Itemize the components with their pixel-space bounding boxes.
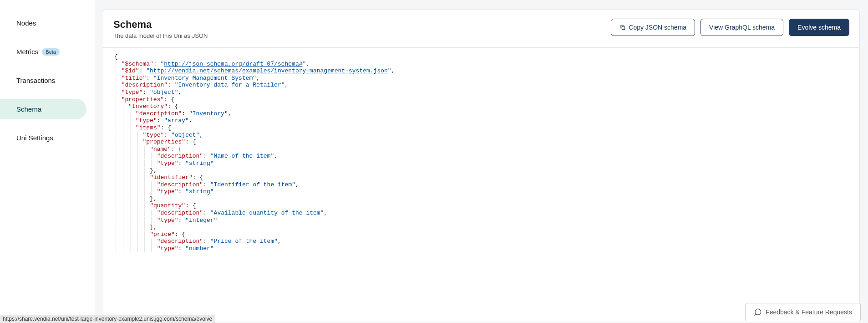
sidebar-item-label: Uni Settings: [16, 134, 53, 142]
panel-actions: Copy JSON schema View GraphQL schema Evo…: [611, 19, 849, 36]
sidebar-item-schema[interactable]: Schema: [0, 99, 86, 119]
page-subtitle: The data model of this Uni as JSON: [113, 32, 208, 39]
beta-badge: Beta: [42, 48, 60, 56]
panel-header: Schema The data model of this Uni as JSO…: [103, 10, 859, 48]
status-bar-url: https://share.vendia.net/uni/test-large-…: [0, 315, 215, 323]
schema-code-viewer[interactable]: { │ "$schema": "http://json-schema.org/d…: [103, 48, 859, 323]
feedback-button[interactable]: Feedback & Feature Requests: [745, 303, 861, 321]
json-code: { │ "$schema": "http://json-schema.org/d…: [114, 53, 859, 252]
button-label: Evolve schema: [797, 24, 841, 31]
sidebar-item-label: Nodes: [16, 19, 36, 27]
button-label: View GraphQL schema: [709, 24, 775, 31]
schema-panel: Schema The data model of this Uni as JSO…: [103, 9, 860, 323]
chat-icon: [754, 308, 762, 316]
main-content: Schema The data model of this Uni as JSO…: [95, 0, 868, 323]
sidebar: Nodes Metrics Beta Transactions Schema U…: [0, 0, 95, 323]
feedback-label: Feedback & Feature Requests: [766, 308, 852, 316]
view-graphql-schema-button[interactable]: View GraphQL schema: [700, 19, 783, 36]
sidebar-item-label: Metrics: [16, 48, 38, 56]
sidebar-item-transactions[interactable]: Transactions: [0, 70, 86, 91]
sidebar-item-uni-settings[interactable]: Uni Settings: [0, 128, 86, 148]
sidebar-item-label: Schema: [16, 105, 41, 113]
sidebar-item-label: Transactions: [16, 77, 55, 84]
evolve-schema-button[interactable]: Evolve schema: [789, 19, 849, 36]
sidebar-item-metrics[interactable]: Metrics Beta: [0, 41, 86, 62]
title-block: Schema The data model of this Uni as JSO…: [113, 19, 208, 39]
copy-json-schema-button[interactable]: Copy JSON schema: [611, 19, 695, 36]
copy-icon: [619, 24, 626, 31]
page-title: Schema: [113, 19, 208, 31]
svg-rect-0: [622, 26, 625, 29]
sidebar-item-nodes[interactable]: Nodes: [0, 13, 86, 33]
button-label: Copy JSON schema: [629, 24, 686, 31]
